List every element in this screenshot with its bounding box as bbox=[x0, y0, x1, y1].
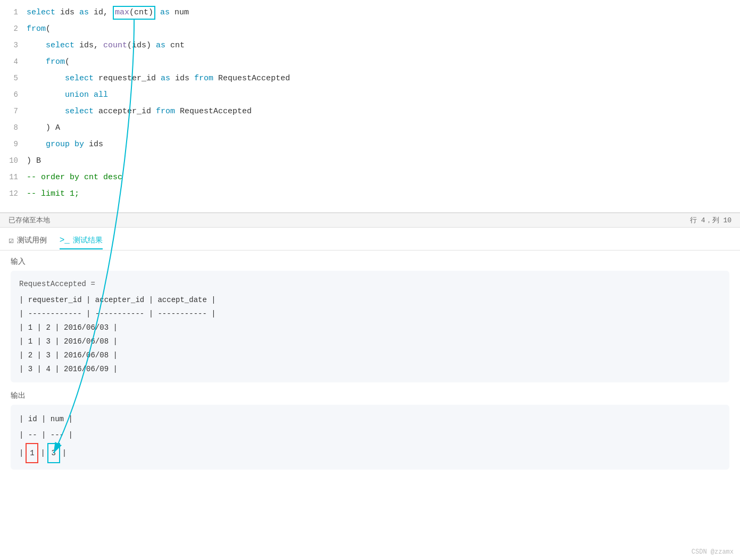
tab-test-result[interactable]: >_ 测试结果 bbox=[60, 232, 103, 249]
token: from bbox=[27, 24, 46, 34]
code-line: 9 group by ids bbox=[0, 136, 740, 153]
token: ) B bbox=[27, 156, 41, 165]
token: ) A bbox=[27, 123, 60, 132]
table-row-1: | 1 | 2 | 2016/06/03 | bbox=[19, 323, 118, 332]
token: select bbox=[27, 41, 79, 50]
token: ids bbox=[89, 140, 103, 149]
token: (ids) bbox=[127, 41, 156, 50]
output-content: | id | num | | -- | --- | | 1 | 3 | bbox=[11, 405, 729, 470]
output-num-cell: 3 bbox=[47, 443, 60, 463]
token: group bbox=[27, 140, 74, 149]
bottom-panel: ☑ 测试用例 >_ 测试结果 输入 RequestAccepted = | re… bbox=[0, 228, 740, 476]
output-separator: | -- | --- | bbox=[19, 427, 721, 443]
check-icon: ☑ bbox=[9, 235, 14, 246]
token: select bbox=[27, 74, 98, 83]
code-line: 6 union all bbox=[0, 87, 740, 103]
status-saved: 已存储至本地 bbox=[9, 215, 50, 225]
line-content: select ids, count(ids) as cnt bbox=[27, 38, 185, 54]
code-line: 1select ids as id, max(cnt) as num bbox=[0, 4, 740, 21]
max-cnt-highlight: max(cnt) bbox=[113, 6, 155, 20]
watermark: CSDN @zzamx bbox=[692, 548, 734, 556]
code-editor[interactable]: 1select ids as id, max(cnt) as num2from(… bbox=[0, 0, 740, 213]
token: ( bbox=[65, 57, 70, 66]
code-line: 12-- limit 1; bbox=[0, 186, 740, 202]
input-label: 输入 bbox=[11, 257, 729, 266]
code-line: 5 select requester_id as ids from Reques… bbox=[0, 70, 740, 87]
table-row-2: | 1 | 3 | 2016/06/08 | bbox=[19, 337, 118, 346]
pipe-mid: | bbox=[40, 445, 45, 461]
table-separator: | ------------ | ----------- | ---------… bbox=[19, 310, 216, 318]
output-id-cell: 1 bbox=[26, 443, 38, 463]
line-number: 12 bbox=[0, 186, 27, 202]
line-number: 9 bbox=[0, 136, 27, 152]
token: union bbox=[27, 90, 94, 99]
output-label: 输出 bbox=[11, 391, 729, 400]
token: ( bbox=[46, 24, 51, 34]
tab-test-case[interactable]: ☑ 测试用例 bbox=[9, 232, 47, 250]
table-row-3: | 2 | 3 | 2016/06/08 | bbox=[19, 351, 118, 360]
line-number: 8 bbox=[0, 120, 27, 136]
input-content: RequestAccepted = | requester_id | accep… bbox=[11, 271, 729, 382]
line-number: 2 bbox=[0, 21, 27, 37]
token: as bbox=[156, 41, 170, 50]
token: ids bbox=[175, 74, 194, 83]
code-line: 7 select accepter_id from RequestAccepte… bbox=[0, 103, 740, 120]
tabs-bar: ☑ 测试用例 >_ 测试结果 bbox=[0, 228, 740, 250]
line-number: 7 bbox=[0, 103, 27, 119]
input-section: 输入 RequestAccepted = | requester_id | ac… bbox=[0, 250, 740, 386]
token: accepter_id bbox=[98, 107, 156, 116]
table-label: RequestAccepted = bbox=[19, 277, 721, 291]
token: from bbox=[156, 107, 180, 116]
table-content: | requester_id | accepter_id | accept_da… bbox=[19, 293, 721, 376]
line-number: 3 bbox=[0, 37, 27, 53]
line-content: from( bbox=[27, 54, 70, 70]
line-content: from( bbox=[27, 21, 51, 37]
line-content: ) A bbox=[27, 120, 60, 136]
token: ids, bbox=[79, 41, 103, 50]
pipe-prefix: | bbox=[19, 445, 23, 461]
table-row-4: | 3 | 4 | 2016/06/09 | bbox=[19, 365, 118, 373]
code-line: 4 from( bbox=[0, 54, 740, 70]
line-content: -- limit 1; bbox=[27, 186, 79, 202]
code-line: 3 select ids, count(ids) as cnt bbox=[0, 37, 740, 54]
code-line: 11-- order by cnt desc bbox=[0, 169, 740, 186]
token: -- limit 1; bbox=[27, 189, 79, 198]
token: count bbox=[103, 41, 127, 50]
token: select bbox=[27, 107, 98, 116]
line-number: 6 bbox=[0, 87, 27, 103]
pipe-suffix: | bbox=[62, 445, 66, 461]
status-position: 行 4，列 10 bbox=[690, 215, 731, 225]
line-content: group by ids bbox=[27, 137, 103, 153]
tab-test-result-label: 测试结果 bbox=[73, 236, 103, 245]
line-content: union all bbox=[27, 87, 108, 103]
line-content: -- order by cnt desc bbox=[27, 170, 122, 186]
token: cnt bbox=[170, 41, 185, 50]
line-number: 11 bbox=[0, 169, 27, 185]
line-content: select requester_id as ids from RequestA… bbox=[27, 71, 290, 87]
line-content: select ids as id, max(cnt) as num bbox=[27, 5, 189, 21]
line-content: select accepter_id from RequestAccepted bbox=[27, 104, 252, 120]
token: RequestAccepted bbox=[180, 107, 252, 116]
output-data-row: | 1 | 3 | bbox=[19, 443, 721, 463]
token: all bbox=[94, 90, 108, 99]
code-line: 10) B bbox=[0, 153, 740, 169]
terminal-icon: >_ bbox=[60, 236, 70, 245]
output-section: 输出 | id | num | | -- | --- | | 1 | 3 | bbox=[0, 386, 740, 476]
code-line: 2from( bbox=[0, 21, 740, 37]
token: requester_id bbox=[98, 74, 161, 83]
table-header: | requester_id | accepter_id | accept_da… bbox=[19, 296, 216, 304]
page-wrapper: 1select ids as id, max(cnt) as num2from(… bbox=[0, 0, 740, 560]
line-number: 10 bbox=[0, 153, 27, 169]
token: by bbox=[74, 140, 89, 149]
line-number: 5 bbox=[0, 70, 27, 86]
line-content: ) B bbox=[27, 153, 41, 169]
token: from bbox=[194, 74, 218, 83]
tab-test-case-label: 测试用例 bbox=[17, 236, 47, 245]
token: from bbox=[27, 57, 65, 66]
token: -- order by cnt desc bbox=[27, 173, 122, 182]
output-header: | id | num | bbox=[19, 411, 721, 427]
line-number: 4 bbox=[0, 54, 27, 70]
token: as bbox=[161, 74, 175, 83]
line-number: 1 bbox=[0, 4, 27, 20]
status-bar: 已存储至本地 行 4，列 10 bbox=[0, 213, 740, 228]
